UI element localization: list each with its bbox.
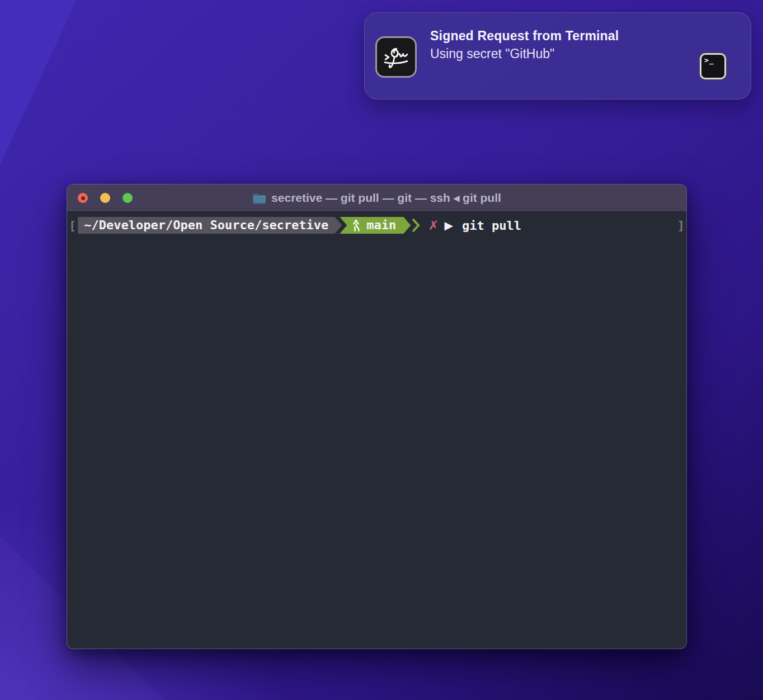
prompt-arrow-icon: ▶ (445, 217, 453, 234)
notification-text: Signed Request from Terminal Using secre… (430, 27, 619, 62)
secretive-app-icon (375, 36, 417, 78)
notification-title: Signed Request from Terminal (430, 27, 619, 44)
wallpaper-diagonal-band (0, 0, 84, 173)
chevron-right-icon (412, 217, 420, 233)
status-error-mark: ✗ (428, 217, 439, 234)
close-button[interactable] (78, 193, 88, 203)
minimize-button[interactable] (100, 193, 110, 203)
signature-icon (381, 42, 411, 72)
zoom-button[interactable] (123, 193, 133, 203)
prompt-line: [ ~/Developer/Open Source/secretive main… (67, 217, 686, 234)
window-title-group: secretive — git pull — git — ssh ◂ git p… (252, 191, 501, 205)
git-branch-name: main (366, 217, 396, 234)
terminal-window[interactable]: secretive — git pull — git — ssh ◂ git p… (67, 185, 686, 649)
terminal-app-icon: >_ (700, 53, 726, 79)
window-controls (78, 185, 133, 211)
terminal-body[interactable]: [ ~/Developer/Open Source/secretive main… (67, 212, 686, 234)
git-branch-segment: main (340, 217, 411, 234)
window-title: secretive — git pull — git — ssh ◂ git p… (271, 191, 501, 205)
notification-banner[interactable]: Signed Request from Terminal Using secre… (364, 12, 751, 100)
unsaved-dot (81, 196, 85, 200)
folder-icon (252, 192, 266, 204)
terminal-prompt-glyph: >_ (704, 56, 714, 64)
prompt-right-bracket: ] (676, 219, 686, 233)
prompt-left-bracket: [ (67, 219, 78, 233)
notification-subtitle: Using secret "GitHub" (430, 45, 619, 62)
titlebar[interactable]: secretive — git pull — git — ssh ◂ git p… (67, 185, 686, 212)
typed-command: git pull (462, 219, 521, 233)
cwd-segment: ~/Developer/Open Source/secretive (78, 217, 342, 234)
git-branch-icon (353, 219, 361, 231)
